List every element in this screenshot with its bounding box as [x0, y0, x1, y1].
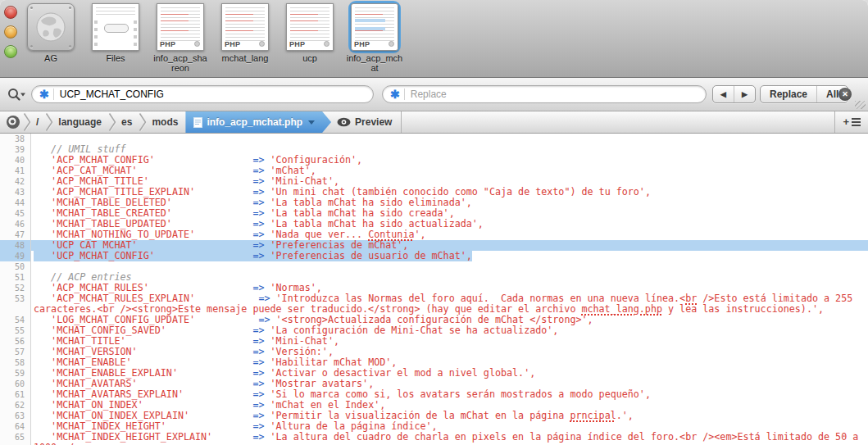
wildcard-icon[interactable]: ✱ [390, 88, 400, 101]
breadcrumb-item-mods[interactable]: mods [148, 111, 184, 133]
line-number: 46 [0, 219, 31, 229]
code-operator: => [252, 399, 264, 411]
code-plain [149, 282, 253, 293]
find-next-button[interactable]: ▶ [734, 86, 755, 102]
resize-grip[interactable] [855, 101, 866, 109]
tab-thumbnail[interactable] [92, 3, 139, 51]
thumbnail-code-lines [355, 7, 394, 42]
code-operator: => [252, 325, 264, 336]
code-key-string: 'MCHAT_ON_INDEX' [34, 399, 143, 411]
code-text: 'MCHAT_INDEX_HEIGHT_EXPLAIN' => 'La altu… [31, 432, 858, 443]
line-number: 45 [0, 208, 31, 219]
minimize-window-button[interactable] [4, 25, 17, 39]
close-window-button[interactable] [4, 6, 17, 19]
tab-thumbnail[interactable]: PHP [157, 3, 204, 51]
code-value-string: 'Un mini chat (también conocido como "Ca… [264, 186, 650, 198]
line-number: 58 [0, 357, 31, 368]
code-operator: => [252, 431, 264, 443]
code-value-string: 'Nada que ver... [264, 229, 368, 240]
tab-files[interactable]: Files [87, 3, 144, 73]
line-number: 50 [0, 261, 31, 272]
code-key-string: 'MCHAT_TABLE_UPDATED' [34, 218, 172, 229]
code-key-string: 'MCHAT_VERSION' [34, 346, 138, 357]
code-plain [143, 399, 253, 411]
file-menu-caret-icon [308, 120, 315, 125]
tab-thumbnail[interactable]: PHP [351, 3, 398, 51]
tab-label: Files [106, 53, 125, 63]
code-value-string: 'Mostrar avatars', [264, 378, 374, 389]
code-operator: => [252, 346, 264, 357]
breadcrumb-item-es[interactable]: es [117, 111, 138, 133]
code-key-string: 'ACP_MCHAT_TITLE' [34, 175, 149, 187]
breadcrumb-current-file[interactable]: info_acp_mchat.php [185, 111, 331, 133]
tab-thumbnail[interactable] [27, 3, 75, 51]
editor-window: AGFilesPHPinfo_acp_sha reonPHPmchat_lang… [0, 0, 868, 445]
line-number: 47 [0, 229, 31, 240]
misspelled-word: Contunia [368, 229, 414, 240]
search-options-menu[interactable] [7, 88, 28, 102]
tab-thumbnail[interactable]: PHP [221, 3, 269, 51]
tab-info-acp-shareon[interactable]: PHPinfo_acp_sha reon [152, 3, 209, 73]
tab-info-acp-mchat[interactable]: PHPinfo_acp_mch at [346, 3, 403, 73]
code-operator: => [258, 293, 270, 304]
code-plain [195, 293, 258, 304]
find-previous-button[interactable]: ◀ [713, 86, 734, 102]
code-key-string: 'MCHAT_ENABLE' [34, 356, 132, 368]
search-input[interactable] [60, 89, 373, 100]
code-plain [189, 410, 252, 421]
replace-input[interactable] [411, 89, 706, 100]
preview-button[interactable]: Preview [331, 111, 401, 133]
breadcrumb-item-language[interactable]: language [54, 111, 107, 133]
code-line[interactable]: 38 [0, 134, 868, 144]
breadcrumb-item-root[interactable]: / [32, 111, 44, 133]
thumbnail-code-lines [225, 7, 265, 42]
tab-label: info_acp_sha reon [153, 53, 207, 73]
replace-button[interactable]: Replace [761, 86, 816, 102]
zoom-window-button[interactable] [4, 45, 17, 58]
code-editor[interactable]: 3839 // UMIL stuff40 'ACP_MCHAT_CONFIG' … [0, 134, 868, 445]
code-line[interactable]: 65 'MCHAT_INDEX_HEIGHT_EXPLAIN' => 'La a… [0, 432, 868, 443]
code-operator: => [252, 229, 264, 240]
line-number: 62 [0, 400, 31, 411]
preview-label: Preview [355, 116, 392, 128]
thumbnail-code-lines [161, 7, 200, 42]
code-value-string: 'Configuración', [264, 154, 362, 166]
tab-bar: AGFilesPHPinfo_acp_sha reonPHPmchat_lang… [0, 0, 868, 78]
code-plain [195, 314, 258, 325]
line-number: 57 [0, 347, 31, 357]
line-number: 41 [0, 166, 31, 176]
code-operator: => [252, 420, 264, 432]
tab-ag[interactable]: AG [22, 3, 80, 73]
line-number: 61 [0, 389, 31, 400]
line-number: 49 [0, 251, 31, 261]
code-value-string: 'Permitir la visualización de la mChat e… [264, 410, 570, 421]
php-document-thumbnail: PHP [221, 3, 269, 51]
code-plain [166, 420, 253, 432]
line-number: 39 [0, 144, 31, 155]
find-bar: ✱ ✱ ◀ ▶ Replace All ✕ [0, 78, 868, 111]
code-key-string: 'UCP_CAT_MCHAT' [34, 239, 138, 251]
code-value-string: caracteres.<br /><strong>Este mensaje pu… [34, 303, 581, 315]
search-field[interactable]: ✱ [31, 85, 374, 103]
tab-ucp[interactable]: PHPucp [281, 3, 339, 73]
code-line[interactable]: 49 'UCP_MCHAT_CONFIG' => 'Preferencias d… [0, 251, 868, 261]
site-root-icon[interactable] [6, 115, 20, 129]
code-operator: => [252, 378, 264, 389]
thumbnail-code-lines [290, 7, 329, 42]
code-plain [178, 367, 252, 379]
code-operator: => [252, 367, 264, 379]
line-number: 43 [0, 187, 31, 198]
code-plain [212, 431, 252, 443]
replace-field[interactable]: ✱ [382, 85, 707, 103]
line-number: 63 [0, 411, 31, 421]
tab-mchat-lang[interactable]: PHPmchat_lang [216, 3, 274, 73]
code-key-string: 'MCHAT_INDEX_HEIGHT_EXPLAIN' [34, 431, 212, 443]
wildcard-icon[interactable]: ✱ [39, 88, 49, 101]
thumbnail-button-shape [104, 24, 129, 33]
code-operator: => [252, 175, 264, 187]
tab-thumbnail[interactable]: PHP [286, 3, 334, 51]
close-find-bar-button[interactable]: ✕ [838, 88, 852, 101]
code-plain [195, 186, 252, 198]
add-split-button[interactable]: + [835, 111, 868, 133]
line-number: 51 [0, 272, 31, 283]
